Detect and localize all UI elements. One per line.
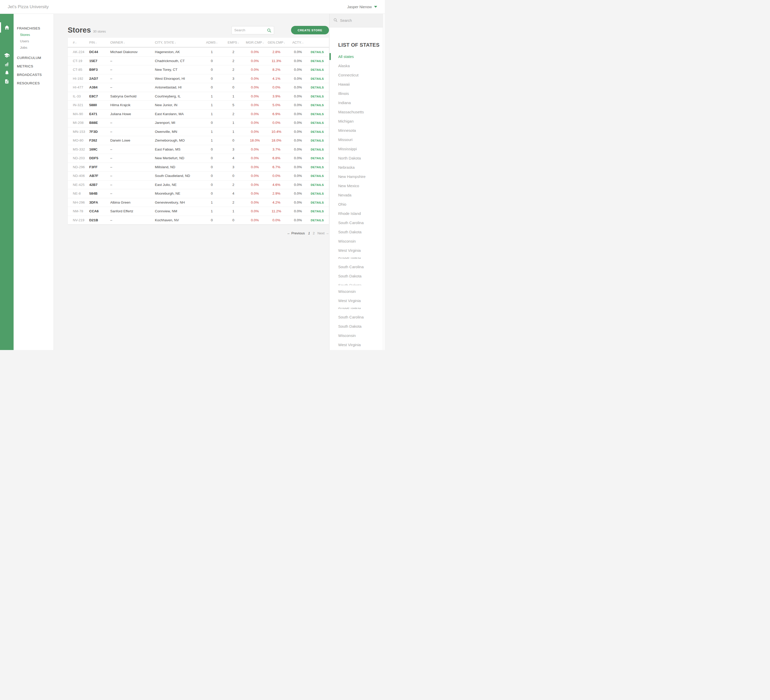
rail-item-curriculum[interactable] — [0, 51, 14, 60]
table-row[interactable]: AK-224 DC44 Michael Diakonov Hageneston,… — [68, 47, 329, 57]
state-item[interactable]: Illinois — [338, 91, 385, 95]
column-header[interactable]: ADMS↓ — [201, 40, 223, 44]
details-link[interactable]: DETAILS — [311, 113, 324, 116]
state-item[interactable]: Hawaii — [338, 82, 385, 86]
table-row[interactable]: ND-203 DDF5 – New Mertiefurt, ND 0 4 0.0… — [68, 154, 329, 163]
pagination-next[interactable]: Next → — [317, 231, 329, 235]
state-item[interactable]: Nevada — [338, 193, 385, 197]
nav-section[interactable]: BROADCASTS — [14, 71, 53, 79]
table-row[interactable]: NM-78 CCA6 Sanford Effertz Connview, NM … — [68, 207, 329, 216]
table-row[interactable]: MS-332 169C – East Fabian, MS 0 3 0.0% 3… — [68, 145, 329, 154]
column-header[interactable]: EMPS↓ — [223, 40, 244, 44]
sidebar-search-input[interactable] — [340, 18, 385, 23]
state-item[interactable]: Wisconsin — [338, 289, 385, 294]
table-row[interactable]: MO-80 F262 Darwin Lowe Ziemeborough, MO … — [68, 136, 329, 145]
details-link[interactable]: DETAILS — [311, 60, 324, 63]
table-row[interactable]: CT-19 15E7 – Chadrickmouth, CT 0 2 0.0% … — [68, 57, 329, 65]
details-link[interactable]: DETAILS — [311, 192, 324, 195]
details-link[interactable]: DETAILS — [311, 50, 324, 53]
state-item[interactable]: Rhode Island — [338, 257, 385, 260]
state-item[interactable]: Minnesota — [338, 128, 385, 133]
column-header[interactable]: ACTY.↓ — [287, 40, 309, 44]
details-link[interactable]: DETAILS — [311, 77, 324, 80]
nav-section[interactable]: METRICS — [14, 62, 53, 71]
state-item[interactable]: West Virginia — [338, 248, 385, 252]
state-item[interactable]: Mississippi — [338, 147, 385, 151]
rail-item-franchises[interactable] — [0, 23, 14, 32]
state-item[interactable]: South Carolina — [338, 220, 385, 225]
column-header[interactable]: #↓ — [68, 40, 89, 44]
state-item[interactable]: Nebraska — [338, 165, 385, 170]
table-row[interactable]: NE-425 42B7 – East Julio, NE 0 2 0.0% 4.… — [68, 180, 329, 189]
table-row[interactable]: MA-90 E471 Juliana Howe East Karolann, M… — [68, 110, 329, 118]
state-item[interactable]: West Virginia — [338, 343, 385, 347]
state-item[interactable]: Indiana — [338, 100, 385, 105]
rail-item-broadcasts[interactable] — [0, 68, 14, 77]
state-item[interactable]: All states — [338, 54, 385, 59]
state-item[interactable]: South Dakota — [338, 324, 385, 328]
table-row[interactable]: ND-406 AB7F – South Claudieland, ND 0 0 … — [68, 171, 329, 180]
column-header[interactable]: PIN↓ — [89, 40, 110, 44]
state-item[interactable]: South Carolina — [338, 265, 385, 269]
details-link[interactable]: DETAILS — [311, 68, 324, 71]
state-item[interactable]: New Mexico — [338, 184, 385, 188]
details-link[interactable]: DETAILS — [311, 148, 324, 151]
scrollbar[interactable] — [383, 14, 385, 350]
column-header[interactable]: OWNER↓ — [110, 40, 155, 44]
rail-item-metrics[interactable] — [0, 60, 14, 68]
state-item[interactable]: Massachusetts — [338, 110, 385, 114]
state-item[interactable]: Wisconsin — [338, 333, 385, 338]
column-header[interactable]: GEN.CMP↓ — [265, 40, 287, 44]
state-item[interactable]: West Virginia — [338, 299, 385, 303]
state-item[interactable]: Rhode Island — [338, 211, 385, 216]
pagination-previous[interactable]: ← Previous — [287, 231, 305, 235]
details-link[interactable]: DETAILS — [311, 103, 324, 107]
pagination-page-2[interactable]: 2 — [313, 231, 315, 235]
details-link[interactable]: DETAILS — [311, 139, 324, 142]
table-row[interactable]: ND-296 F3FF – Millsland, ND 0 3 0.0% 6.7… — [68, 163, 329, 171]
details-link[interactable]: DETAILS — [311, 95, 324, 98]
table-row[interactable]: CT-85 B9F3 – New Torey, CT 0 2 0.0% 8.2%… — [68, 65, 329, 74]
column-header[interactable]: MGR.CMP↓ — [244, 40, 265, 44]
details-link[interactable]: DETAILS — [311, 121, 324, 124]
details-link[interactable]: DETAILS — [311, 86, 324, 89]
details-link[interactable]: DETAILS — [311, 157, 324, 160]
nav-section[interactable]: CURRICULUM — [14, 53, 53, 62]
table-row[interactable]: HI-477 A384 – Antonettastad, HI 0 0 0.0%… — [68, 83, 329, 92]
table-row[interactable]: MN-153 7F3D – Owenville, MN 1 1 0.0% 10.… — [68, 127, 329, 136]
user-menu[interactable]: Jasper Nienow — [347, 5, 377, 9]
table-row[interactable]: IL-33 E8C7 Sabryna Gerhold Courtneyberg,… — [68, 92, 329, 101]
column-header[interactable]: CITY, STATE↓ — [155, 40, 201, 44]
rail-item-resources[interactable] — [0, 77, 14, 86]
state-item[interactable]: Alaska — [338, 64, 385, 68]
state-item[interactable]: South Dakota — [338, 283, 385, 285]
create-store-button[interactable]: CREATE STORE — [291, 26, 329, 34]
search-icon[interactable] — [267, 28, 272, 34]
state-item[interactable]: Missouri — [338, 137, 385, 142]
table-row[interactable]: NH-296 3DFA Albina Green Genevievebury, … — [68, 198, 329, 207]
state-item[interactable]: Wisconsin — [338, 239, 385, 243]
table-row[interactable]: MI-208 B88E – Jarenport, MI 0 1 0.0% 0.0… — [68, 118, 329, 127]
details-link[interactable]: DETAILS — [311, 183, 324, 186]
details-link[interactable]: DETAILS — [311, 166, 324, 169]
nav-section[interactable]: RESOURCES — [14, 79, 53, 87]
state-item[interactable]: South Dakota — [338, 230, 385, 234]
table-row[interactable]: NV-219 D21B – Kochhaven, NV 0 0 0.0% 0.0… — [68, 216, 329, 225]
table-row[interactable]: IN-321 5880 Hilma Krajcik New Junior, IN… — [68, 100, 329, 110]
table-row[interactable]: HI-192 2AD7 – West Elnoraport, HI 0 3 0.… — [68, 74, 329, 83]
details-link[interactable]: DETAILS — [311, 130, 324, 133]
details-link[interactable]: DETAILS — [311, 219, 324, 222]
nav-sub-item[interactable]: Jobs — [14, 44, 53, 51]
nav-section-franchises[interactable]: FRANCHISES — [14, 25, 53, 32]
state-item[interactable]: Ohio — [338, 202, 385, 206]
state-item[interactable]: New Hampshire — [338, 175, 385, 179]
state-item[interactable]: South Carolina — [338, 315, 385, 319]
details-link[interactable]: DETAILS — [311, 201, 324, 204]
state-item[interactable]: Michigan — [338, 119, 385, 123]
table-row[interactable]: NE-8 584B – Mooreburgh, NE 0 4 0.0% 2.9%… — [68, 189, 329, 198]
details-link[interactable]: DETAILS — [311, 210, 324, 213]
state-item[interactable]: North Dakota — [338, 156, 385, 160]
state-item[interactable]: Connecticut — [338, 73, 385, 77]
nav-sub-item[interactable]: Stores — [14, 32, 53, 38]
state-item[interactable]: Rhode Island — [338, 308, 385, 310]
